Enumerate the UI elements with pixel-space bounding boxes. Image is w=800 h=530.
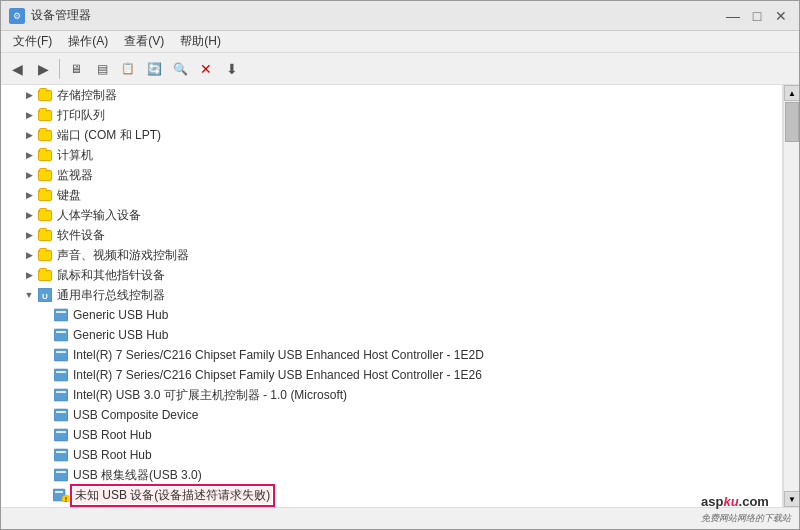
tree-item-usb4[interactable]: Intel(R) 7 Series/C216 Chipset Family US… bbox=[1, 365, 782, 385]
tree-item-sound[interactable]: ▶ 声音、视频和游戏控制器 bbox=[1, 245, 782, 265]
menu-help[interactable]: 帮助(H) bbox=[172, 31, 229, 52]
icon-computer bbox=[37, 147, 53, 163]
svg-rect-4 bbox=[54, 329, 68, 341]
tree-item-storage[interactable]: ▶ 存储控制器 bbox=[1, 85, 782, 105]
title-bar: ⚙ 设备管理器 — □ ✕ bbox=[1, 1, 799, 31]
expand-usb1 bbox=[37, 307, 53, 323]
scroll-track[interactable] bbox=[784, 101, 799, 491]
icon-usb8 bbox=[53, 447, 69, 463]
menu-file[interactable]: 文件(F) bbox=[5, 31, 60, 52]
scroll-thumb[interactable] bbox=[785, 102, 799, 142]
icon-software bbox=[37, 227, 53, 243]
toolbar: ◀ ▶ 🖥 ▤ 📋 🔄 🔍 ✕ ⬇ bbox=[1, 53, 799, 85]
tree-item-computer[interactable]: ▶ 计算机 bbox=[1, 145, 782, 165]
expand-storage: ▶ bbox=[21, 87, 37, 103]
toolbar-update[interactable]: 🔄 bbox=[142, 57, 166, 81]
tree-item-port[interactable]: ▶ 端口 (COM 和 LPT) bbox=[1, 125, 782, 145]
icon-hid bbox=[37, 207, 53, 223]
svg-text:U: U bbox=[42, 292, 48, 301]
expand-usb4 bbox=[37, 367, 53, 383]
maximize-button[interactable]: □ bbox=[747, 6, 767, 26]
icon-mouse bbox=[37, 267, 53, 283]
menu-bar: 文件(F) 操作(A) 查看(V) 帮助(H) bbox=[1, 31, 799, 53]
tree-item-usb7[interactable]: USB Root Hub bbox=[1, 425, 782, 445]
minimize-button[interactable]: — bbox=[723, 6, 743, 26]
label-usb1: Generic USB Hub bbox=[73, 308, 168, 322]
menu-action[interactable]: 操作(A) bbox=[60, 31, 116, 52]
tree-item-mouse[interactable]: ▶ 鼠标和其他指针设备 bbox=[1, 265, 782, 285]
label-monitor: 监视器 bbox=[57, 167, 93, 184]
tree-item-usb9[interactable]: USB 根集线器(USB 3.0) bbox=[1, 465, 782, 485]
tree-item-keyboard[interactable]: ▶ 键盘 bbox=[1, 185, 782, 205]
svg-rect-21 bbox=[55, 491, 63, 493]
label-keyboard: 键盘 bbox=[57, 187, 81, 204]
toolbar-scan[interactable]: 🔍 bbox=[168, 57, 192, 81]
toolbar-remove[interactable]: ✕ bbox=[194, 57, 218, 81]
tree-item-usb10[interactable]: ! 未知 USB 设备(设备描述符请求失败) bbox=[1, 485, 782, 505]
label-mouse: 鼠标和其他指针设备 bbox=[57, 267, 165, 284]
label-computer: 计算机 bbox=[57, 147, 93, 164]
tree-item-hid[interactable]: ▶ 人体学输入设备 bbox=[1, 205, 782, 225]
tree-item-usb6[interactable]: USB Composite Device bbox=[1, 405, 782, 425]
app-icon: ⚙ bbox=[9, 8, 25, 24]
toolbar-list[interactable]: ▤ bbox=[90, 57, 114, 81]
title-bar-left: ⚙ 设备管理器 bbox=[9, 7, 91, 24]
expand-usb3 bbox=[37, 347, 53, 363]
expand-keyboard: ▶ bbox=[21, 187, 37, 203]
icon-sound bbox=[37, 247, 53, 263]
svg-rect-17 bbox=[56, 451, 66, 453]
icon-usb4 bbox=[53, 367, 69, 383]
tree-panel[interactable]: ▶ 存储控制器 ▶ 打印队列 ▶ 端口 (COM 和 LPT) ▶ 计算机 ▶ bbox=[1, 85, 783, 507]
tree-item-usb3[interactable]: Intel(R) 7 Series/C216 Chipset Family US… bbox=[1, 345, 782, 365]
toolbar-back[interactable]: ◀ bbox=[5, 57, 29, 81]
expand-usb5 bbox=[37, 387, 53, 403]
toolbar-forward[interactable]: ▶ bbox=[31, 57, 55, 81]
icon-keyboard bbox=[37, 187, 53, 203]
label-usb10: 未知 USB 设备(设备描述符请求失败) bbox=[73, 487, 272, 504]
svg-rect-16 bbox=[54, 449, 68, 461]
vertical-scrollbar[interactable]: ▲ ▼ bbox=[783, 85, 799, 507]
label-port: 端口 (COM 和 LPT) bbox=[57, 127, 161, 144]
expand-monitor: ▶ bbox=[21, 167, 37, 183]
toolbar-properties[interactable]: 📋 bbox=[116, 57, 140, 81]
tree-item-usb5[interactable]: Intel(R) USB 3.0 可扩展主机控制器 - 1.0 (Microso… bbox=[1, 385, 782, 405]
icon-print bbox=[37, 107, 53, 123]
scroll-up-btn[interactable]: ▲ bbox=[784, 85, 799, 101]
label-hid: 人体学输入设备 bbox=[57, 207, 141, 224]
tree-item-usb2[interactable]: Generic USB Hub bbox=[1, 325, 782, 345]
svg-rect-15 bbox=[56, 431, 66, 433]
label-sound: 声音、视频和游戏控制器 bbox=[57, 247, 189, 264]
svg-rect-3 bbox=[56, 311, 66, 313]
icon-usb10: ! bbox=[53, 487, 69, 503]
label-storage: 存储控制器 bbox=[57, 87, 117, 104]
status-bar bbox=[1, 507, 799, 529]
expand-usb: ▼ bbox=[21, 287, 37, 303]
tree-item-usb[interactable]: ▼ U 通用串行总线控制器 bbox=[1, 285, 782, 305]
svg-rect-6 bbox=[54, 349, 68, 361]
label-usb2: Generic USB Hub bbox=[73, 328, 168, 342]
expand-mouse: ▶ bbox=[21, 267, 37, 283]
svg-rect-2 bbox=[54, 309, 68, 321]
menu-view[interactable]: 查看(V) bbox=[116, 31, 172, 52]
label-usb5: Intel(R) USB 3.0 可扩展主机控制器 - 1.0 (Microso… bbox=[73, 387, 347, 404]
window-title: 设备管理器 bbox=[31, 7, 91, 24]
toolbar-download[interactable]: ⬇ bbox=[220, 57, 244, 81]
tree-item-monitor[interactable]: ▶ 监视器 bbox=[1, 165, 782, 185]
label-print: 打印队列 bbox=[57, 107, 105, 124]
expand-usb8 bbox=[37, 447, 53, 463]
watermark: aspku.com 免费网站网络的下载站 bbox=[701, 494, 791, 525]
expand-print: ▶ bbox=[21, 107, 37, 123]
svg-text:!: ! bbox=[65, 496, 67, 502]
expand-hid: ▶ bbox=[21, 207, 37, 223]
svg-rect-8 bbox=[54, 369, 68, 381]
tree-item-usb1[interactable]: Generic USB Hub bbox=[1, 305, 782, 325]
tree-item-software[interactable]: ▶ 软件设备 bbox=[1, 225, 782, 245]
svg-rect-10 bbox=[54, 389, 68, 401]
tree-item-print[interactable]: ▶ 打印队列 bbox=[1, 105, 782, 125]
tree-item-usb8[interactable]: USB Root Hub bbox=[1, 445, 782, 465]
close-button[interactable]: ✕ bbox=[771, 6, 791, 26]
label-usb8: USB Root Hub bbox=[73, 448, 152, 462]
toolbar-computer[interactable]: 🖥 bbox=[64, 57, 88, 81]
title-controls: — □ ✕ bbox=[723, 6, 791, 26]
expand-usb7 bbox=[37, 427, 53, 443]
